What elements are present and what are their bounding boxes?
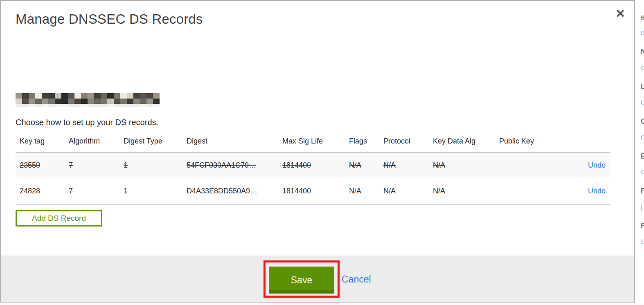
cell-max-sig-life: 1814400	[278, 178, 345, 204]
ds-records-table-wrap: Key tag Algorithm Digest Type Digest Max…	[16, 133, 610, 205]
undo-link[interactable]: Undo	[588, 187, 606, 195]
undo-link[interactable]: Undo	[588, 161, 606, 169]
table-row: 24828 7 1 D4A33E8DD550A9… 1814400 N/A N/…	[16, 178, 610, 204]
col-header-digest-type: Digest Type	[119, 133, 182, 152]
cell-protocol: N/A	[379, 178, 429, 204]
cancel-link[interactable]: Cancel	[342, 274, 371, 285]
screen: { "modal": { "title": "Manage DNSSEC DS …	[0, 0, 644, 305]
col-header-actions	[573, 133, 610, 152]
cell-flags: N/A	[345, 178, 379, 204]
cell-actions: Undo	[573, 152, 610, 178]
ds-records-table: Key tag Algorithm Digest Type Digest Max…	[16, 133, 610, 205]
cell-protocol: N/A	[379, 152, 429, 178]
cell-digest-type: 1	[119, 152, 182, 178]
red-highlight-annotation: Save	[263, 260, 340, 298]
cell-public-key	[495, 152, 573, 178]
modal-title: Manage DNSSEC DS Records	[16, 11, 203, 27]
cell-flags: N/A	[345, 152, 379, 178]
manage-dnssec-modal: Manage DNSSEC DS Records ✕ Choose how to…	[0, 0, 635, 303]
cell-key-data-alg: N/A	[429, 178, 495, 204]
cell-actions: Undo	[573, 178, 610, 204]
col-header-public-key: Public Key	[495, 133, 573, 152]
col-header-protocol: Protocol	[379, 133, 429, 152]
cell-algorithm: 7	[65, 178, 119, 204]
save-button[interactable]: Save	[269, 267, 334, 294]
cell-public-key	[495, 178, 573, 204]
col-header-flags: Flags	[345, 133, 379, 152]
cell-key-data-alg: N/A	[429, 152, 495, 178]
cell-max-sig-life: 1814400	[278, 152, 345, 178]
table-row: 23550 7 1 54FCF030AA1C79… 1814400 N/A N/…	[16, 152, 610, 178]
intro-text: Choose how to set up your DS records.	[16, 118, 158, 127]
table-header-row: Key tag Algorithm Digest Type Digest Max…	[16, 133, 610, 152]
col-header-key-tag: Key tag	[16, 133, 65, 152]
col-header-max-sig-life: Max Sig Life	[278, 133, 345, 152]
col-header-key-data-alg: Key Data Alg	[429, 133, 495, 152]
cell-key-tag: 23550	[16, 152, 65, 178]
add-ds-record-button[interactable]: Add DS Record	[16, 210, 102, 227]
modal-footer: Save Cancel	[1, 256, 634, 302]
cell-algorithm: 7	[65, 152, 119, 178]
cell-digest-type: 1	[119, 178, 182, 204]
cell-key-tag: 24828	[16, 178, 65, 204]
cell-digest: 54FCF030AA1C79…	[182, 152, 278, 178]
col-header-digest: Digest	[182, 133, 278, 152]
col-header-algorithm: Algorithm	[65, 133, 119, 152]
cell-digest: D4A33E8DD550A9…	[182, 178, 278, 204]
close-icon[interactable]: ✕	[616, 8, 625, 20]
background-page-edge: sdNoLoCoEoPjFo	[636, 0, 644, 305]
redacted-domain-name	[16, 93, 160, 107]
